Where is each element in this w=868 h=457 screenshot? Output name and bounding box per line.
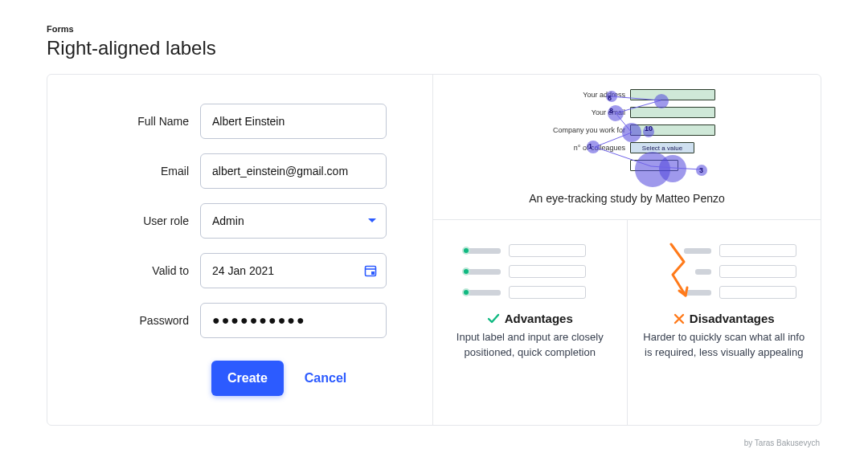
credit-line: by Taras Bakusevych	[47, 439, 821, 447]
valid-to-label: Valid to	[80, 264, 200, 277]
form-panel: Full Name Albert Einstein Email albert_e…	[47, 75, 433, 425]
disadvantages-heading: Disadvantages	[690, 312, 775, 325]
email-value: albert_einstein@gmail.com	[212, 165, 348, 177]
section-kicker: Forms	[47, 24, 821, 34]
full-name-value: Albert Einstein	[212, 115, 285, 128]
content-panel: Full Name Albert Einstein Email albert_e…	[47, 74, 821, 426]
full-name-field[interactable]: Albert Einstein	[200, 104, 387, 139]
advantages-schematic	[457, 238, 602, 300]
email-field[interactable]: albert_einstein@gmail.com	[200, 153, 387, 189]
cross-icon	[674, 313, 685, 324]
study-label: Company you work for	[538, 126, 630, 134]
user-role-value: Admin	[212, 214, 244, 227]
study-input-select: Select a value	[630, 142, 694, 153]
password-value-masked: ●●●●●●●●●●	[212, 313, 306, 328]
study-label: Your address	[563, 91, 630, 99]
advantages-heading: Advantages	[505, 312, 573, 325]
disadvantages-card: Disadvantages Harder to quickly scan wha…	[627, 220, 821, 425]
cancel-button[interactable]: Cancel	[305, 371, 346, 386]
full-name-label: Full Name	[80, 115, 200, 128]
password-field[interactable]: ●●●●●●●●●●	[200, 303, 387, 338]
calendar-icon	[364, 264, 377, 277]
check-icon	[487, 312, 500, 325]
eye-tracking-caption: An eye-tracking study by Matteo Penzo	[449, 192, 805, 205]
zigzag-arrow-icon	[668, 243, 689, 302]
user-role-select[interactable]: Admin	[200, 203, 387, 239]
svg-rect-1	[371, 271, 375, 275]
valid-to-value: 24 Jan 2021	[212, 264, 274, 277]
create-button[interactable]: Create	[211, 361, 284, 396]
password-label: Password	[80, 314, 200, 327]
page-title: Right-aligned labels	[47, 37, 821, 59]
disadvantages-schematic	[652, 238, 796, 300]
study-input	[630, 89, 715, 100]
advantages-card: Advantages Input label and input are clo…	[433, 220, 627, 425]
study-input	[630, 107, 715, 118]
advantages-body: Input label and input are closely positi…	[448, 330, 612, 361]
valid-to-field[interactable]: 24 Jan 2021	[200, 253, 387, 288]
disadvantages-body: Harder to quickly scan what all info is …	[642, 330, 807, 361]
chevron-down-icon	[367, 216, 377, 226]
user-role-label: User role	[80, 214, 200, 227]
email-label: Email	[80, 165, 200, 177]
eye-tracking-figure: Your address Your email Company you work…	[433, 75, 821, 220]
